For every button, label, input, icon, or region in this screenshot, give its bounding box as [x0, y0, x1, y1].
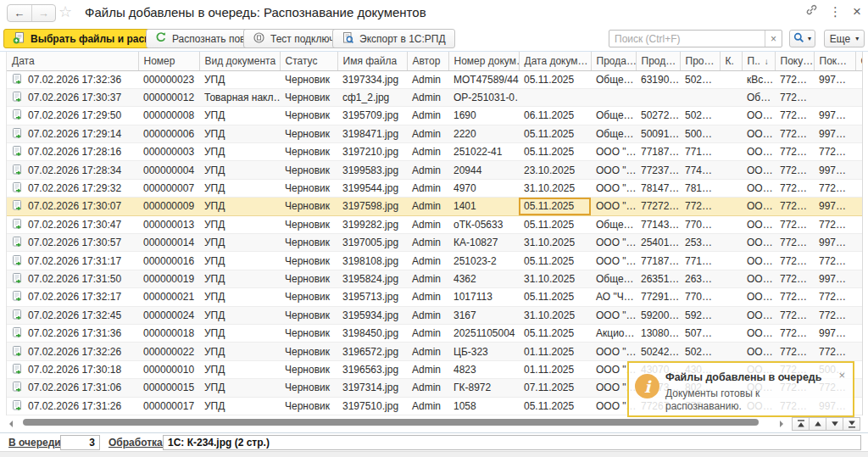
table-cell[interactable]: Товарная накл…	[199, 88, 280, 106]
table-cell[interactable]: 772…	[775, 234, 814, 252]
table-cell[interactable]	[720, 88, 742, 106]
table-cell[interactable]: 1401	[448, 198, 519, 215]
table-cell[interactable]: ООО "…	[591, 252, 636, 270]
table-cell[interactable]: УПД	[199, 161, 280, 179]
table-cell[interactable]: 263…	[680, 270, 720, 287]
table-cell[interactable]: Admin	[407, 179, 448, 197]
table-cell[interactable]: УПД	[199, 324, 280, 342]
table-cell[interactable]: 502…	[680, 343, 720, 360]
table-cell[interactable]	[855, 270, 863, 287]
table-cell[interactable]: 3195934.jpg	[337, 306, 407, 324]
go-down-button[interactable]	[826, 417, 843, 431]
table-cell[interactable]: 772…	[775, 125, 814, 142]
table-cell[interactable]: 000000023	[138, 70, 199, 88]
table-cell[interactable]	[720, 343, 742, 360]
table-cell[interactable]: Черновик	[280, 179, 337, 197]
table-cell[interactable]: 000000021	[138, 288, 199, 306]
table-cell[interactable]: 500…	[680, 125, 720, 142]
table-cell[interactable]: Admin	[407, 107, 448, 125]
table-cell[interactable]: 772…	[775, 88, 814, 106]
table-cell[interactable]: УПД	[199, 252, 280, 270]
table-cell[interactable]: 772…	[814, 215, 855, 233]
table-cell[interactable]: 772…	[775, 270, 814, 287]
table-cell[interactable]: Черновик	[280, 360, 337, 378]
table-cell[interactable]: 50242…	[636, 343, 680, 360]
table-cell[interactable]: 20944	[448, 161, 519, 179]
table-cell[interactable]: 05.11.2025	[519, 143, 591, 161]
table-cell[interactable]: УПД	[199, 360, 280, 378]
table-row[interactable]: 07.02.2026 17:31:17000000016УПДЧерновик3…	[7, 252, 863, 270]
table-cell[interactable]: 997…	[814, 234, 855, 252]
table-cell[interactable]: 4823	[448, 360, 519, 378]
table-cell[interactable]	[855, 88, 863, 106]
table-cell[interactable]: ООО "…	[591, 198, 636, 215]
table-cell[interactable]: 000000006	[138, 125, 199, 142]
table-cell[interactable]: УПД	[199, 107, 280, 125]
table-cell[interactable]	[591, 88, 636, 106]
column-header[interactable]: Статус	[280, 52, 337, 70]
table-cell[interactable]: Черновик	[280, 234, 337, 252]
table-cell[interactable]: ЦБ-323	[448, 343, 519, 360]
table-cell[interactable]: 000000003	[138, 143, 199, 161]
table-cell[interactable]: Черновик	[280, 397, 337, 415]
table-cell[interactable]: 772…	[775, 179, 814, 197]
table-cell[interactable]	[720, 70, 742, 88]
more-button[interactable]: Еще ▾	[824, 30, 865, 47]
table-cell[interactable]: 772…	[775, 343, 814, 360]
table-cell[interactable]: Черновик	[280, 306, 337, 324]
table-cell[interactable]: 772…	[775, 252, 814, 270]
table-cell[interactable]: 78147…	[636, 179, 680, 197]
table-cell[interactable]	[720, 252, 742, 270]
table-cell[interactable]: 07.02.2026 17:29:32	[7, 179, 138, 197]
table-cell[interactable]	[636, 88, 680, 106]
table-row[interactable]: 07.02.2026 17:31:36000000018УПДЧерновик3…	[7, 324, 863, 342]
table-cell[interactable]: 07.02.2026 17:30:07	[7, 198, 138, 215]
table-cell[interactable]: ОО…	[742, 107, 775, 125]
table-cell[interactable]: 000000015	[138, 379, 199, 397]
table-cell[interactable]: 23.10.2025	[519, 161, 591, 179]
table-cell[interactable]: Admin	[407, 324, 448, 342]
table-cell[interactable]: Admin	[407, 360, 448, 378]
table-cell[interactable]: Черновик	[280, 107, 337, 125]
table-cell[interactable]: 3199544.jpg	[337, 179, 407, 197]
column-header[interactable]: Про…	[680, 52, 720, 70]
table-cell[interactable]	[720, 288, 742, 306]
table-row[interactable]: 07.02.2026 17:30:37000000012Товарная нак…	[7, 88, 863, 106]
table-cell[interactable]: 05.11.2025	[519, 397, 591, 415]
table-cell[interactable]: 31.10.2025	[519, 234, 591, 252]
table-cell[interactable]: 774…	[680, 161, 720, 179]
go-bottom-button[interactable]	[843, 417, 860, 431]
table-cell[interactable]: 772…	[814, 179, 855, 197]
table-cell[interactable]: ОО…	[742, 143, 775, 161]
table-cell[interactable]: 3199583.jpg	[337, 161, 407, 179]
table-row[interactable]: 07.02.2026 17:32:36000000023УПДЧерновик3…	[7, 70, 863, 88]
table-cell[interactable]: 502…	[680, 107, 720, 125]
table-cell[interactable]	[855, 324, 863, 342]
table-cell[interactable]: 592…	[680, 306, 720, 324]
table-cell[interactable]: УПД	[199, 234, 280, 252]
table-cell[interactable]: 07.02.2026 17:31:50	[7, 270, 138, 287]
table-cell[interactable]: 772…	[775, 161, 814, 179]
table-cell[interactable]: 4362	[448, 270, 519, 287]
table-cell[interactable]: ОО…	[742, 306, 775, 324]
table-cell[interactable]: 05.11.2025	[519, 198, 591, 215]
table-cell[interactable]: 1058	[448, 397, 519, 415]
table-cell[interactable]: 31.10.2025	[519, 306, 591, 324]
table-cell[interactable]: 000000012	[138, 88, 199, 106]
table-cell[interactable]: 05.11.2025	[519, 288, 591, 306]
column-header[interactable]: Имя файла	[337, 52, 407, 70]
search-menu-button[interactable]: ▾	[789, 30, 815, 47]
table-cell[interactable]: ООО "…	[591, 143, 636, 161]
table-cell[interactable]: 4970	[448, 179, 519, 197]
table-cell[interactable]	[720, 198, 742, 215]
table-cell[interactable]	[855, 252, 863, 270]
table-cell[interactable]: 07.02.2026 17:31:06	[7, 379, 138, 397]
table-cell[interactable]	[519, 88, 591, 106]
table-cell[interactable]: 000000004	[138, 161, 199, 179]
table-row[interactable]: 07.02.2026 17:31:50000000019УПДЧерновик3…	[7, 270, 863, 287]
table-cell[interactable]: ОО…	[742, 234, 775, 252]
table-cell[interactable]: 3195824.jpg	[337, 270, 407, 287]
table-cell[interactable]	[855, 179, 863, 197]
table-cell[interactable]: 000000008	[138, 107, 199, 125]
table-cell[interactable]: 3167	[448, 306, 519, 324]
